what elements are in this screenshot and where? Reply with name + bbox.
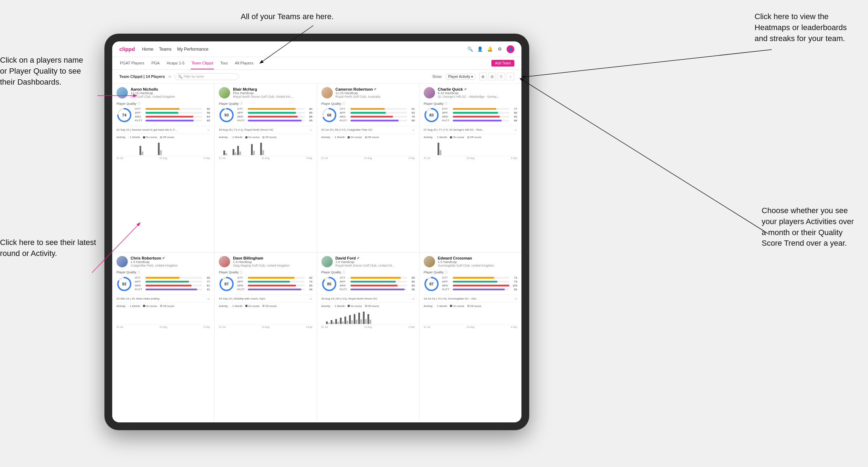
- grid-view-button[interactable]: ⊞: [479, 73, 487, 80]
- player-handicap: 1-5 Handicap: [131, 260, 210, 264]
- recent-round-text: 04 Sep 23 | Mobility with coach, Gym: [219, 297, 309, 300]
- activity-period[interactable]: · 1 Month: [128, 136, 140, 139]
- stat-row-arg: ARG 83: [442, 115, 517, 118]
- activity-period[interactable]: · 1 Month: [128, 304, 140, 308]
- recent-round-text: 26 Aug 23 | 84 (+12), Royal North Devon …: [321, 297, 411, 300]
- player-name[interactable]: Edward Crossman: [438, 256, 517, 260]
- player-info: Cameron Robertson✔ 11-15 Handicap Royal …: [336, 87, 415, 98]
- player-card[interactable]: Cameron Robertson✔ 11-15 Handicap Royal …: [317, 84, 419, 252]
- annotation-activities: Choose whether you seeyour players Activ…: [762, 205, 854, 249]
- activity-title: Activity: [116, 136, 125, 139]
- player-avatar: [424, 256, 435, 267]
- quality-label: Player Quality ⓘ: [116, 101, 210, 106]
- activity-period[interactable]: · 1 Month: [333, 136, 345, 139]
- nav-teams[interactable]: Teams: [159, 46, 171, 52]
- player-card[interactable]: Aaron Nicholls 11-15 Handicap Drift Golf…: [112, 84, 214, 252]
- player-avatar: [116, 87, 128, 98]
- activity-title: Activity: [321, 136, 330, 139]
- recent-round[interactable]: 26 Aug 23 | 84 (+12), Royal North Devon …: [321, 295, 415, 301]
- nav-performance[interactable]: My Performance: [177, 46, 209, 52]
- player-avatar: [219, 87, 230, 98]
- activity-period[interactable]: · 1 Month: [231, 136, 242, 139]
- sort-button[interactable]: ↕: [507, 73, 514, 80]
- recent-round[interactable]: 04 Sep 23 | Mobility with coach, Gym →: [219, 295, 312, 301]
- info-icon: ⓘ: [240, 101, 243, 106]
- activity-header: Activity · 1 Month On course Off course: [424, 304, 517, 308]
- quality-content[interactable]: 93 OTT 84 APP 85 ARG 88 PUTT 95: [219, 107, 312, 123]
- add-team-button[interactable]: Add Team: [491, 60, 514, 67]
- avatar-icon[interactable]: 👤: [507, 45, 514, 53]
- player-card[interactable]: David Ford✔ 1-5 Handicap Royal North Dev…: [317, 252, 419, 421]
- player-card[interactable]: Blair McHarg Plus Handicap Royal North D…: [215, 84, 316, 252]
- activity-period[interactable]: · 1 Month: [435, 136, 447, 139]
- bell-icon[interactable]: 🔔: [487, 46, 493, 52]
- player-handicap: 11-15 Handicap: [336, 91, 415, 95]
- search-icon-small: 🔍: [178, 75, 182, 79]
- player-avatar: [219, 256, 230, 267]
- annotation-teams: All of your Teams are here.: [241, 11, 334, 22]
- stat-row-putt: PUTT 95: [237, 119, 312, 122]
- player-handicap: 6-10 Handicap: [438, 91, 517, 95]
- legend-off-course: Off course: [467, 136, 481, 138]
- settings-icon[interactable]: ⚙: [497, 46, 503, 52]
- quality-content[interactable]: 87 OTT 73 APP 79 ARG 103 PUTT 92: [424, 276, 517, 292]
- sub-nav-all-players[interactable]: All Players: [234, 57, 254, 69]
- filter-button[interactable]: ▽: [497, 73, 505, 80]
- show-select[interactable]: Player Activity ▾: [446, 74, 475, 80]
- player-card[interactable]: Charlie Quick✔ 6-10 Handicap St. George'…: [419, 84, 521, 252]
- list-view-button[interactable]: ⊟: [488, 73, 496, 80]
- nav-home[interactable]: Home: [142, 46, 153, 52]
- chart-area: [424, 140, 517, 156]
- player-club: Sunningdale Golf Club, United Kingdom: [438, 264, 517, 267]
- sub-nav-team-clippd[interactable]: Team Clippd: [191, 57, 214, 69]
- activity-period[interactable]: · 1 Month: [231, 304, 242, 308]
- legend-on-course: On course: [450, 305, 464, 307]
- quality-content[interactable]: 87 OTT 82 APP 74 ARG 85 PUTT 94: [219, 276, 312, 292]
- player-name[interactable]: Dave Billingham: [233, 256, 312, 260]
- recent-round[interactable]: 18 Jul 23 | 74 (+4), Sunningdale GC - Ol…: [424, 295, 517, 301]
- player-card[interactable]: Dave Billingham 1-5 Handicap Stag Maging…: [215, 252, 316, 421]
- player-handicap: 1-5 Handicap: [336, 260, 415, 264]
- sub-nav-pgat[interactable]: PGAT Players: [119, 57, 145, 69]
- activity-period[interactable]: · 1 Month: [333, 304, 345, 308]
- activity-section: Activity · 1 Month On course Off course: [321, 302, 415, 328]
- player-name[interactable]: Cameron Robertson✔: [336, 87, 415, 91]
- recent-round[interactable]: 07 Aug 23 | 77 (+7), St George's Hill GC…: [424, 126, 517, 132]
- recent-round[interactable]: 02 Sep 23 | Sunrise round to get back in…: [116, 126, 210, 132]
- activity-section: Activity · 1 Month On course Off course: [116, 133, 210, 159]
- stat-row-app: APP 85: [237, 111, 312, 114]
- sub-nav-tour[interactable]: Tour: [219, 57, 228, 69]
- quality-content[interactable]: 85 OTT 89 APP 80 ARG 83 PUTT 96: [321, 276, 415, 292]
- quality-label: Player Quality ⓘ: [321, 101, 415, 106]
- recent-round[interactable]: 26 Aug 23 | 73 (+1), Royal North Devon G…: [219, 126, 312, 132]
- player-name[interactable]: Aaron Nicholls: [131, 87, 210, 91]
- edit-icon[interactable]: ✏: [169, 75, 171, 79]
- recent-round[interactable]: 02 Jul 23 | 59 (+17), Craigmillar Park G…: [321, 126, 415, 132]
- stat-row-arg: ARG 81: [135, 284, 210, 287]
- chart-dates: 31 Jul 21 Aug 4 Sep: [424, 157, 517, 159]
- quality-content[interactable]: 83 OTT 77 APP 80 ARG 83 PUTT 86: [424, 107, 517, 123]
- player-card[interactable]: Edward Crossman 1-5 Handicap Sunningdale…: [419, 252, 521, 421]
- player-card[interactable]: Chris Robertson✔ 1-5 Handicap Craigmilla…: [112, 252, 214, 421]
- search-box[interactable]: 🔍 Filter by name: [175, 73, 239, 80]
- player-name[interactable]: Blair McHarg: [233, 87, 312, 91]
- player-name[interactable]: Charlie Quick✔: [438, 87, 517, 91]
- player-header: Aaron Nicholls 11-15 Handicap Drift Golf…: [116, 87, 210, 98]
- svg-text:93: 93: [224, 113, 229, 117]
- quality-content[interactable]: 68 OTT 61 APP 63 ARG 75 PUTT 85: [321, 107, 415, 123]
- legend-off-course: Off course: [160, 305, 174, 307]
- team-header: Team Clippd | 14 Players ✏ 🔍 Filter by n…: [112, 70, 521, 84]
- sub-nav-pga[interactable]: PGA: [151, 57, 160, 69]
- stat-row-arg: ARG 85: [237, 284, 312, 287]
- sub-nav-hcaps[interactable]: Hcaps 1-5: [166, 57, 185, 69]
- activity-period[interactable]: · 1 Month: [435, 304, 447, 308]
- quality-content[interactable]: 82 OTT 60 APP 77 ARG 81 PUTT 91: [116, 276, 210, 292]
- player-name[interactable]: David Ford✔: [336, 256, 415, 260]
- svg-text:74: 74: [122, 113, 127, 117]
- player-name[interactable]: Chris Robertson✔: [131, 256, 210, 260]
- person-icon[interactable]: 👤: [477, 46, 483, 52]
- logo[interactable]: clippd: [119, 46, 135, 52]
- search-icon[interactable]: 🔍: [467, 46, 473, 52]
- recent-round[interactable]: 03 Mar 23 | 19, Must make putting →: [116, 295, 210, 301]
- quality-content[interactable]: 74 OTT 60 APP 58 ARG 84 PUTT 85: [116, 107, 210, 123]
